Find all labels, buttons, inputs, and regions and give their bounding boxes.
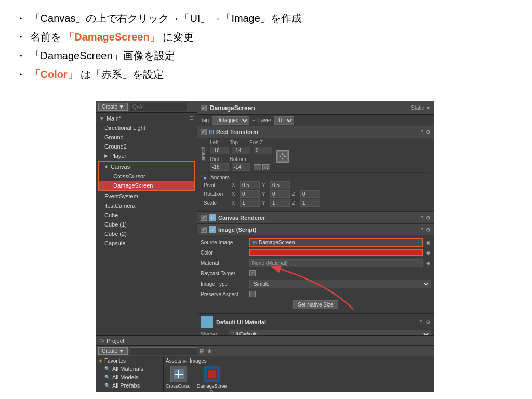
rotation-label: Rotation (204, 191, 230, 197)
rect-transform-icon: ⊞ (209, 128, 214, 136)
tag-select[interactable]: Untagged (212, 116, 249, 125)
anchors-section: ▶ Anchors Pivot X Y Rotation X Y (201, 172, 431, 209)
project-create-button[interactable]: Create ▼ (98, 347, 128, 355)
set-native-size-button[interactable]: Set Native Size (293, 300, 338, 309)
color-row: Color ◉ (201, 248, 431, 257)
svg-marker-6 (284, 155, 286, 157)
material-value[interactable]: None (Material) (249, 259, 423, 267)
pivot-x-field[interactable] (240, 181, 260, 189)
rotation-x-field[interactable] (240, 190, 260, 198)
source-image-select-btn[interactable]: ◉ (426, 240, 431, 245)
scale-label: Scale (204, 200, 230, 206)
top-field[interactable] (232, 147, 250, 154)
project-search-input[interactable] (130, 347, 197, 355)
image-script-checkbox[interactable]: ✓ (201, 227, 207, 233)
rotation-y-field[interactable] (270, 190, 290, 198)
color-value[interactable] (249, 249, 423, 256)
object-enabled-checkbox[interactable]: ✓ (201, 105, 207, 111)
source-image-value[interactable]: ⊞ DamageScreen (249, 238, 423, 247)
hierarchy-item-testcamera[interactable]: TestCamera (96, 201, 197, 210)
project-star-btn[interactable]: ★ (207, 348, 212, 355)
image-script-gear-icon[interactable]: ⚙ (425, 227, 431, 233)
right-label: Right (210, 156, 227, 162)
hierarchy-item-canvas[interactable]: ▼ Canvas (99, 162, 194, 171)
svg-rect-11 (208, 370, 216, 378)
breadcrumb-images[interactable]: Images (190, 358, 207, 364)
pivot-y-field[interactable] (270, 181, 290, 189)
hierarchy-item-capsule[interactable]: Capsule (96, 238, 197, 248)
instruction-line4: 「Color」 は「赤系」を設定 (16, 65, 516, 83)
project-panel: 🗂 Project Create ▼ ⊞ ★ ★ Favorites 🔍 All… (96, 335, 434, 392)
asset-damagescreen[interactable]: DamageScreen (196, 366, 228, 392)
rect-transform-header[interactable]: ✓ ⊞ Rect Transform ? ⚙ (197, 126, 434, 138)
scale-x-field[interactable] (240, 199, 260, 207)
hierarchy-item-ground[interactable]: Ground (96, 132, 197, 142)
image-script-icon: I (209, 226, 216, 233)
canvas-renderer-header[interactable]: ✓ C Canvas Renderer ? ⚙ (197, 212, 434, 223)
material-label: Material (201, 260, 247, 266)
material-gear-icon[interactable]: ⚙ (425, 319, 431, 326)
layer-select[interactable]: UI (274, 116, 294, 125)
scene-icon: ▼ (99, 116, 104, 122)
image-type-select[interactable]: Simple (249, 280, 431, 288)
material-icon (201, 316, 213, 328)
preserve-aspect-label: Preserve Aspect (201, 291, 247, 297)
color-select-btn[interactable]: ◉ (426, 250, 431, 256)
image-script-header[interactable]: ✓ I Image (Script) ? ⚙ (197, 224, 434, 235)
hierarchy-item-cube[interactable]: Cube (96, 210, 197, 220)
raycast-target-label: Raycast Target (201, 271, 247, 276)
bottom-field[interactable] (232, 163, 250, 171)
right-field[interactable] (210, 163, 229, 171)
project-folder-icon: 🗂 (99, 338, 104, 343)
hierarchy-item-main[interactable]: ▼ Main* ☰ (96, 114, 197, 123)
project-toolbar: Create ▼ ⊞ ★ (96, 346, 434, 356)
material-section: Default UI Material ? ⚙ Shader UI/Defaul… (197, 313, 434, 335)
project-icons-btn[interactable]: ⊞ (200, 348, 205, 355)
anchors-label: Anchors (210, 175, 236, 180)
canvas-renderer-gear-icon[interactable]: ⚙ (425, 215, 431, 221)
preserve-aspect-row: Preserve Aspect (201, 289, 431, 299)
image-script-title: Image (Script) (218, 227, 419, 233)
posz-field[interactable] (254, 147, 272, 154)
project-panel-header: 🗂 Project (96, 336, 434, 346)
instruction-line2: 名前を 「DamageScreen」 に変更 (16, 28, 516, 46)
pivot-label: Pivot (204, 182, 230, 188)
hierarchy-item-player[interactable]: ▶ Player (96, 151, 197, 161)
svg-marker-3 (282, 153, 284, 155)
hierarchy-item-eventsystem[interactable]: EventSystem (96, 192, 197, 201)
dots-btn[interactable]: ⋯ (254, 164, 261, 170)
hierarchy-item-cube2[interactable]: Cube (2) (96, 229, 197, 238)
scale-z-field[interactable] (300, 199, 320, 207)
raycast-target-checkbox[interactable]: ✓ (249, 270, 256, 276)
instruction-line3: 「DamageScreen」画像を設定 (16, 47, 516, 64)
canvas-renderer-checkbox[interactable]: ✓ (201, 215, 207, 221)
breadcrumb-assets[interactable]: Assets (166, 358, 181, 364)
shader-select[interactable]: UI/Default (229, 330, 431, 335)
rect-transform-gear-icon[interactable]: ⚙ (425, 129, 431, 136)
hierarchy-item-ground2[interactable]: Ground2 (96, 142, 197, 151)
hierarchy-item-cube1[interactable]: Cube (1) (96, 220, 197, 229)
all-models-item[interactable]: 🔍 All Models (98, 373, 161, 381)
hierarchy-item-crosscursor[interactable]: CrossCursor (99, 171, 194, 181)
anchor-preview[interactable] (276, 150, 289, 163)
hierarchy-item-damagescreen[interactable]: DamageScreen (99, 181, 194, 190)
all-prefabs-item[interactable]: 🔍 All Prefabs (98, 381, 161, 390)
left-field[interactable] (210, 147, 229, 154)
image-type-row: Image Type Simple (201, 279, 431, 288)
material-select-btn[interactable]: ◉ (426, 260, 431, 266)
scale-y-field[interactable] (270, 199, 290, 207)
hierarchy-create-button[interactable]: Create ▼ (98, 103, 128, 111)
asset-crosscursor[interactable]: CrossCursor (166, 366, 192, 389)
r-button[interactable]: R (262, 164, 270, 170)
preserve-aspect-checkbox[interactable] (249, 291, 256, 297)
all-materials-item[interactable]: 🔍 All Materials (98, 365, 161, 373)
rotation-z-field[interactable] (300, 190, 320, 198)
hierarchy-search-input[interactable] (130, 103, 187, 111)
damagescreen-label: DamageScreen (196, 383, 228, 392)
hierarchy-item-directional-light[interactable]: Directional Light (96, 123, 197, 132)
rect-transform-title: Rect Transform (216, 129, 419, 135)
inspector-header: ✓ DamageScreen Static ▼ (197, 101, 434, 115)
pivot-row: Pivot X Y (204, 181, 428, 189)
rect-transform-checkbox[interactable]: ✓ (201, 129, 207, 135)
image-script-component: ✓ I Image (Script) ? ⚙ Source Image ⊞ Da… (197, 224, 434, 313)
